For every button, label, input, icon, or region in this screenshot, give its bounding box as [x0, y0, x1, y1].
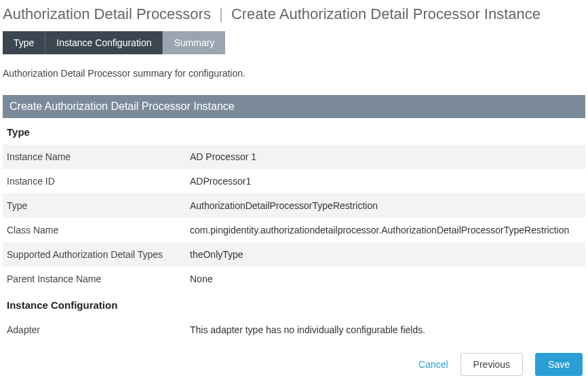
section-instance-config-title: Instance Configuration	[3, 291, 585, 318]
row-supported-types: Supported Authorization Detail Types the…	[3, 242, 585, 267]
breadcrumb-parent[interactable]: Authorization Detail Processors	[3, 5, 211, 22]
panel-header: Create Authorization Detail Processor In…	[3, 95, 585, 118]
row-instance-name: Instance Name AD Processor 1	[3, 145, 585, 169]
row-class-name: Class Name com.pingidentity.authorizatio…	[3, 218, 585, 242]
label-class-name: Class Name	[7, 225, 190, 235]
value-instance-name: AD Processor 1	[190, 151, 256, 162]
breadcrumb-separator: |	[215, 5, 227, 22]
label-type: Type	[7, 200, 190, 211]
row-type: Type AuthorizationDetailProcessorTypeRes…	[3, 193, 585, 218]
row-adapter: Adapter This adapter type has no individ…	[3, 318, 585, 342]
label-instance-id: Instance ID	[7, 176, 190, 187]
value-supported-types: theOnlyType	[190, 249, 243, 260]
row-parent-instance: Parent Instance Name None	[3, 267, 585, 291]
label-parent-instance: Parent Instance Name	[7, 273, 190, 284]
value-class-name: com.pingidentity.authorizationdetailproc…	[190, 225, 569, 235]
breadcrumb: Authorization Detail Processors | Create…	[3, 3, 585, 31]
page-description: Authorization Detail Processor summary f…	[3, 68, 585, 79]
row-instance-id: Instance ID ADProcessor1	[3, 169, 585, 193]
value-type: AuthorizationDetailProcessorTypeRestrict…	[190, 200, 378, 211]
breadcrumb-current: Create Authorization Detail Processor In…	[231, 5, 541, 22]
tab-summary[interactable]: Summary	[163, 31, 225, 54]
tabs: Type Instance Configuration Summary	[3, 31, 585, 54]
tab-type[interactable]: Type	[3, 31, 45, 54]
previous-button[interactable]: Previous	[460, 353, 523, 376]
value-adapter: This adapter type has no individually co…	[190, 324, 425, 335]
value-parent-instance: None	[190, 273, 212, 284]
label-supported-types: Supported Authorization Detail Types	[7, 249, 190, 260]
label-instance-name: Instance Name	[7, 151, 190, 162]
value-instance-id: ADProcessor1	[190, 176, 251, 187]
save-button[interactable]: Save	[535, 353, 583, 376]
footer-actions: Cancel Previous Save	[3, 342, 585, 378]
section-type-title: Type	[3, 118, 585, 145]
tab-instance-configuration[interactable]: Instance Configuration	[45, 31, 163, 54]
label-adapter: Adapter	[7, 324, 190, 335]
cancel-link[interactable]: Cancel	[418, 359, 448, 370]
